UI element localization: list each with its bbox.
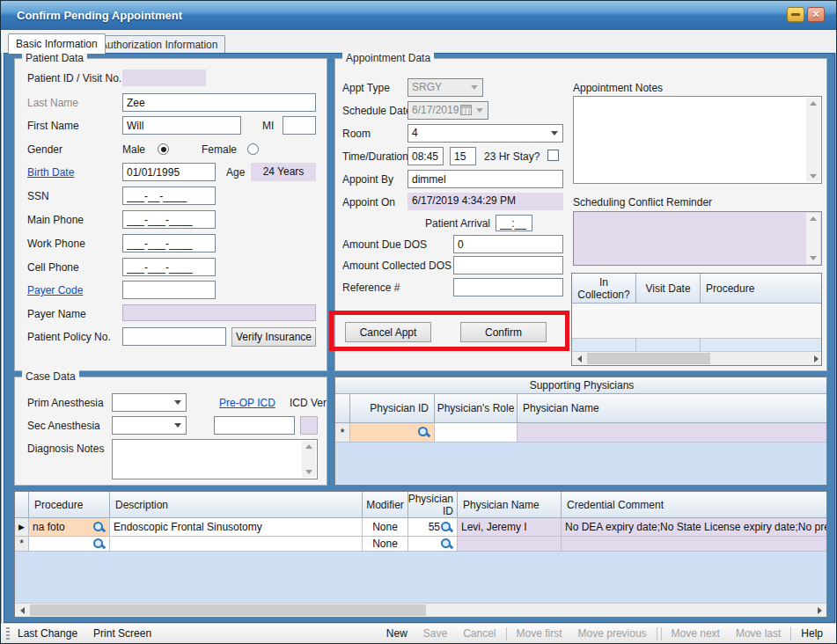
- col-physician-id[interactable]: Physician ID: [408, 492, 458, 518]
- col-physician-name[interactable]: Physician Name: [458, 492, 562, 518]
- cancel-appt-button[interactable]: Cancel Appt: [345, 322, 431, 342]
- row-selector-header: [335, 394, 350, 423]
- collection-hscrollbar[interactable]: [572, 351, 822, 365]
- collection-col-procedure[interactable]: Procedure: [701, 274, 822, 304]
- main-phone-field[interactable]: [122, 210, 216, 229]
- physician-id-cell[interactable]: 55: [408, 518, 458, 537]
- time-field[interactable]: [407, 147, 444, 165]
- verify-insurance-button[interactable]: Verify Insurance: [231, 327, 316, 347]
- conflict-scrollbar[interactable]: [806, 213, 820, 264]
- preop-icd-field[interactable]: [214, 416, 295, 435]
- last-change-button[interactable]: Last Change: [10, 627, 85, 640]
- appoint-by-field[interactable]: [407, 170, 563, 188]
- diagnosis-notes-textarea[interactable]: [112, 439, 318, 479]
- tab-authorization-information[interactable]: Authorization Information: [92, 35, 225, 54]
- new-row-selector[interactable]: *: [15, 537, 29, 552]
- col-physician-name[interactable]: Physician Name: [518, 394, 827, 423]
- first-name-label: First Name: [27, 120, 79, 132]
- payer-code-field[interactable]: [122, 281, 216, 299]
- last-name-field[interactable]: [122, 93, 316, 112]
- hr23-checkbox[interactable]: [547, 150, 559, 161]
- scroll-up-icon[interactable]: [810, 216, 817, 221]
- chevron-down-icon: [174, 423, 181, 428]
- collection-col-in-collection[interactable]: In Collection?: [572, 274, 636, 304]
- col-physicians-role[interactable]: Physician's Role: [435, 394, 518, 423]
- procedures-hscrollbar[interactable]: [15, 603, 826, 617]
- sec-anesthesia-combo[interactable]: [112, 416, 187, 435]
- scroll-thumb[interactable]: [30, 604, 426, 616]
- scroll-down-icon[interactable]: [305, 470, 312, 474]
- tab-basic-information[interactable]: Basic Information: [8, 33, 106, 54]
- collection-col-visit-date[interactable]: Visit Date: [636, 274, 701, 304]
- cell-phone-label: Cell Phone: [27, 261, 79, 274]
- preop-icd-link[interactable]: Pre-OP ICD: [219, 397, 275, 409]
- col-credential-comment[interactable]: Credential Comment: [562, 492, 827, 518]
- physician-id-cell[interactable]: [408, 537, 458, 552]
- help-button[interactable]: Help: [793, 627, 831, 640]
- modifier-cell[interactable]: None: [363, 537, 408, 552]
- female-radio[interactable]: [247, 143, 259, 155]
- appointment-data-legend: Appointment Data: [342, 52, 434, 64]
- search-icon[interactable]: [440, 538, 453, 551]
- search-icon[interactable]: [417, 426, 430, 439]
- description-cell[interactable]: Endoscopic Frontal Sinusotomy: [110, 518, 363, 537]
- notes-scrollbar[interactable]: [806, 98, 820, 182]
- reference-label: Reference #: [342, 282, 400, 294]
- print-screen-button[interactable]: Print Screen: [85, 627, 159, 640]
- col-physician-id[interactable]: Physician ID: [350, 394, 435, 423]
- amount-collected-field[interactable]: [453, 256, 563, 274]
- modifier-cell[interactable]: None: [363, 518, 408, 537]
- prim-anesthesia-combo[interactable]: [112, 393, 187, 412]
- col-procedure[interactable]: Procedure: [29, 492, 110, 518]
- age-label: Age: [226, 166, 245, 179]
- title-bar[interactable]: Confirm Pending Appointment ✕: [1, 1, 836, 30]
- ssn-label: SSN: [27, 190, 49, 202]
- new-button[interactable]: New: [378, 627, 415, 640]
- diagnosis-scrollbar[interactable]: [302, 441, 316, 478]
- patient-arrival-field[interactable]: [496, 215, 532, 231]
- birth-date-field[interactable]: [122, 163, 216, 181]
- mi-field[interactable]: [283, 116, 316, 135]
- policy-field[interactable]: [122, 327, 226, 346]
- cell-phone-field[interactable]: [122, 258, 216, 276]
- amount-due-label: Amount Due DOS: [342, 238, 427, 251]
- scroll-up-icon[interactable]: [305, 444, 312, 449]
- separator: [661, 627, 662, 640]
- collection-grid-new-row[interactable]: [572, 339, 822, 352]
- col-description[interactable]: Description: [110, 492, 363, 518]
- male-radio[interactable]: [158, 143, 169, 155]
- description-cell[interactable]: [110, 537, 363, 552]
- new-row-selector[interactable]: *: [335, 423, 350, 443]
- current-row-selector[interactable]: ▶: [15, 518, 29, 537]
- search-icon[interactable]: [92, 538, 106, 551]
- physician-id-cell[interactable]: [350, 423, 435, 443]
- procedure-cell[interactable]: na foto: [29, 518, 110, 537]
- work-phone-field[interactable]: [122, 234, 216, 252]
- confirm-button[interactable]: Confirm: [460, 322, 547, 342]
- birth-date-link[interactable]: Birth Date: [27, 166, 74, 179]
- ssn-field[interactable]: [122, 187, 216, 205]
- scroll-up-icon[interactable]: [810, 101, 817, 106]
- amount-due-field[interactable]: [453, 235, 563, 253]
- col-modifier[interactable]: Modifier: [363, 492, 408, 518]
- first-name-field[interactable]: [122, 116, 241, 135]
- scroll-right-icon[interactable]: [809, 352, 822, 365]
- search-icon[interactable]: [440, 521, 453, 534]
- procedure-cell[interactable]: [29, 537, 110, 552]
- minimize-button[interactable]: [787, 7, 804, 22]
- physicians-role-cell[interactable]: [435, 423, 518, 443]
- room-combo[interactable]: 4: [407, 124, 563, 143]
- scroll-left-icon[interactable]: [15, 604, 29, 617]
- reference-field[interactable]: [453, 278, 563, 296]
- scroll-right-icon[interactable]: [812, 604, 826, 617]
- payer-code-link[interactable]: Payer Code: [27, 284, 83, 296]
- scroll-down-icon[interactable]: [810, 256, 817, 260]
- scroll-down-icon[interactable]: [810, 174, 817, 179]
- appt-type-label: Appt Type: [342, 82, 390, 94]
- close-button[interactable]: ✕: [807, 7, 825, 22]
- appointment-notes-textarea[interactable]: [573, 96, 822, 184]
- scroll-left-icon[interactable]: [572, 352, 586, 365]
- duration-field[interactable]: [450, 147, 476, 165]
- scroll-thumb[interactable]: [587, 353, 710, 364]
- search-icon[interactable]: [92, 521, 106, 534]
